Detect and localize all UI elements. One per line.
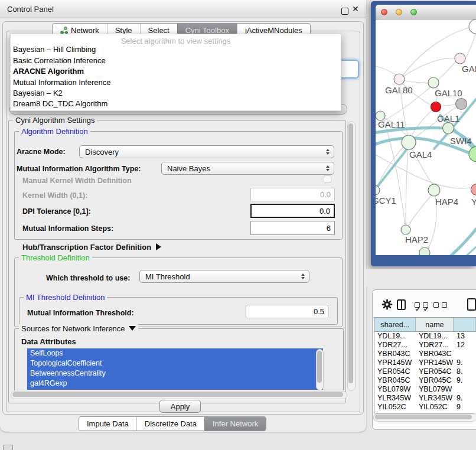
network-window-titlebar[interactable] — [376, 5, 476, 19]
application-window: Control Panel ✕ Network Style Select Cyn… — [0, 0, 476, 450]
scrollbar-thumb[interactable] — [348, 123, 353, 383]
control-panel-title: Control Panel — [7, 5, 54, 14]
node-salmon[interactable] — [471, 184, 476, 195]
checked-checkbox-icon[interactable] — [423, 302, 428, 308]
node-bright-green[interactable] — [469, 146, 476, 162]
manual-kernel-label: Manual Kernel Width Definition — [22, 177, 132, 185]
unchecked-checkbox-icon[interactable] — [442, 302, 447, 308]
data-attributes-label: Data Attributes — [21, 337, 76, 346]
table-header-row: shared... name — [374, 318, 476, 332]
control-panel-titlebar[interactable]: Control Panel ✕ — [0, 0, 366, 18]
zoom-traffic-light[interactable] — [410, 9, 417, 15]
algorithm-option[interactable]: Mutual Information Inference — [13, 78, 110, 87]
table-row[interactable]: YLR345WYLR345W9. — [374, 394, 476, 403]
node-label: GAL1 — [437, 113, 459, 123]
node-label: HAP2 — [405, 234, 428, 244]
window-fragment-icon[interactable] — [3, 445, 13, 450]
close-traffic-light[interactable] — [381, 9, 387, 15]
gear-icon[interactable] — [382, 299, 393, 312]
table-row[interactable]: YIL052CYIL052C9 — [374, 403, 476, 412]
mi-threshold-group-title: MI Threshold Definition — [24, 293, 107, 302]
table-panel-header: Table Panel — [366, 269, 476, 287]
node[interactable] — [455, 53, 465, 64]
node-gcy1[interactable] — [376, 185, 380, 195]
list-item[interactable]: SelfLoops — [27, 348, 323, 358]
node-gal10[interactable] — [428, 77, 439, 88]
tab-impute-data[interactable]: Impute Data — [79, 417, 136, 431]
table-row[interactable]: YDL19...YDL19...13 — [374, 332, 476, 341]
close-icon[interactable]: ✕ — [352, 4, 359, 14]
list-item[interactable]: BetweennessCentrality — [27, 369, 323, 379]
table-row[interactable]: YBR045CYBR045C9. — [374, 376, 476, 385]
kernel-width-field[interactable]: 0.0 — [250, 188, 335, 201]
kernel-width-label: Kernel Width (0,1): — [22, 191, 87, 200]
checked-checkbox-icon[interactable] — [415, 302, 420, 308]
threshold-definition-title: Threshold Definition — [19, 253, 92, 262]
scrollbar-thumb[interactable] — [375, 415, 472, 419]
column-header-name[interactable]: name — [416, 318, 454, 332]
aracne-mode-select[interactable]: Discovery — [79, 145, 334, 158]
algorithm-option[interactable]: Bayesian – K2 — [13, 89, 63, 97]
apply-button[interactable]: Apply — [159, 400, 201, 413]
node-label: GCY1 — [376, 195, 396, 206]
node-hap2[interactable] — [401, 225, 410, 234]
list-item[interactable]: TopologicalCoefficient — [27, 358, 323, 369]
node-label: GAL11 — [378, 119, 405, 129]
aracne-mode-label: Aracne Mode: — [17, 148, 66, 156]
node-gal80[interactable] — [394, 74, 405, 84]
table-row[interactable]: YPR145WYPR145W9. — [374, 358, 476, 367]
table-toolbar — [372, 295, 476, 315]
unchecked-checkbox-icon[interactable] — [433, 302, 439, 308]
hub-definition-toggle[interactable]: Hub/Transcription Factor Definition — [22, 243, 161, 252]
mi-type-select[interactable]: Naive Bayes — [161, 162, 334, 175]
float-window-icon[interactable] — [341, 8, 348, 15]
list-vertical-scrollbar[interactable] — [316, 349, 324, 390]
node-hap4[interactable] — [428, 184, 440, 196]
manual-kernel-checkbox[interactable] — [324, 175, 331, 183]
column-header-shared-name[interactable]: shared... — [374, 318, 416, 332]
table-row[interactable]: YER054CYER054C8. — [374, 367, 476, 376]
table-row[interactable]: YBR043CYBR043C — [374, 350, 476, 358]
table-horizontal-scrollbar[interactable] — [373, 413, 476, 422]
stepper-arrows-icon — [326, 149, 330, 155]
algorithm-option[interactable]: Basic Correlation Inference — [13, 56, 106, 65]
columns-icon[interactable] — [397, 299, 406, 310]
node-label: GAL4 — [409, 149, 432, 159]
mi-steps-field[interactable]: 6 — [250, 221, 335, 235]
network-graph: GAL GAL80 GAL10 GAL1 GAL11 SWI4 GAL4 GCY… — [376, 19, 476, 255]
bottom-tab-bar: Impute Data Discretize Data Infer Networ… — [79, 416, 266, 431]
node[interactable] — [469, 19, 476, 34]
algorithm-option-selected[interactable]: ARACNE Algorithm — [13, 67, 84, 76]
which-threshold-select[interactable]: MI Threshold — [139, 270, 309, 283]
algorithm-dropdown-popup: Select algorithm to view settings Bayesi… — [10, 34, 341, 111]
dpi-tolerance-field[interactable]: 0.0 — [250, 204, 335, 218]
tab-discretize-data[interactable]: Discretize Data — [136, 417, 204, 431]
mi-threshold-field[interactable]: 0.5 — [246, 305, 328, 318]
expand-arrow-icon[interactable] — [156, 243, 161, 250]
panel-vertical-scrollbar[interactable] — [347, 121, 356, 391]
algorithm-option[interactable]: Dream8 DC_TDC Algorithm — [13, 99, 107, 108]
node-gal4[interactable] — [402, 135, 416, 149]
algorithm-option[interactable]: Bayesian – Hill Climbing — [13, 45, 96, 54]
tab-infer-network[interactable]: Infer Network — [204, 417, 266, 431]
collapse-arrow-icon[interactable] — [129, 326, 136, 331]
data-attributes-list[interactable]: SelfLoops TopologicalCoefficient Between… — [27, 348, 323, 390]
panel-horizontal-scrollbar[interactable] — [11, 391, 347, 399]
list-item[interactable]: gal4RGexp — [27, 379, 323, 389]
node-selected-red[interactable] — [431, 102, 441, 112]
which-threshold-label: Which threshold to use: — [46, 274, 130, 282]
stepper-arrows-icon — [301, 273, 305, 279]
table-row[interactable]: YBL079WYBL079W — [374, 385, 476, 394]
column-header-clipped[interactable] — [454, 318, 476, 332]
sources-group-title[interactable]: Sources for Network Inference — [19, 324, 138, 333]
scrollbar-thumb[interactable] — [317, 351, 322, 383]
node-swi4[interactable] — [443, 123, 454, 134]
table-row[interactable]: YDR27...YDR27...12 — [374, 341, 476, 350]
network-canvas[interactable]: GAL GAL80 GAL10 GAL1 GAL11 SWI4 GAL4 GCY… — [376, 19, 476, 255]
node-gray[interactable] — [456, 99, 467, 110]
node-label: SWI4 — [450, 136, 472, 146]
document-icon[interactable] — [467, 298, 476, 311]
scrollbar-thumb[interactable] — [12, 392, 343, 397]
node[interactable] — [419, 247, 430, 255]
minimize-traffic-light[interactable] — [396, 9, 402, 15]
